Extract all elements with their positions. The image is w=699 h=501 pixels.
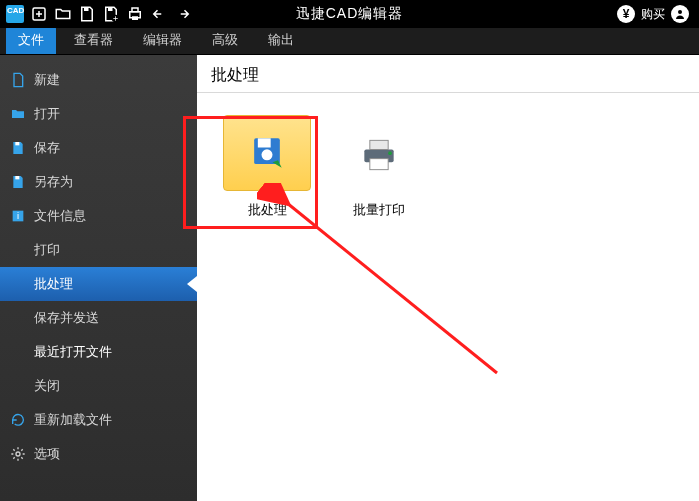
- menu-batch[interactable]: 批处理: [0, 267, 197, 301]
- svg-point-19: [388, 151, 392, 155]
- menu-options[interactable]: 选项: [0, 437, 197, 471]
- tab-viewer[interactable]: 查看器: [62, 26, 125, 54]
- svg-point-15: [262, 149, 273, 160]
- menu-save-as[interactable]: 另存为: [0, 165, 197, 199]
- gear-icon: [10, 446, 26, 462]
- menu-label: 打印: [34, 241, 60, 259]
- svg-rect-6: [132, 16, 138, 20]
- svg-rect-2: [108, 7, 113, 11]
- user-icon[interactable]: [671, 5, 689, 23]
- app-icon: CAD: [6, 5, 24, 23]
- svg-rect-5: [132, 8, 138, 12]
- quick-access-toolbar: CAD: [0, 5, 192, 23]
- reload-icon: [10, 412, 26, 428]
- svg-point-7: [678, 10, 682, 14]
- batch-print-icon: [335, 115, 423, 191]
- print-icon[interactable]: [126, 5, 144, 23]
- new-file-icon[interactable]: [30, 5, 48, 23]
- menu-label: 最近打开文件: [34, 343, 112, 361]
- svg-rect-9: [15, 176, 19, 179]
- batch-save-icon: [223, 115, 311, 191]
- currency-icon[interactable]: ¥: [617, 5, 635, 23]
- menu-close[interactable]: 关闭: [0, 369, 197, 403]
- tab-file[interactable]: 文件: [6, 26, 56, 54]
- menu-reload-file[interactable]: 重新加载文件: [0, 403, 197, 437]
- menu-label: 重新加载文件: [34, 411, 112, 429]
- tile-batch-print[interactable]: 批量打印: [335, 115, 423, 219]
- info-icon: i: [10, 208, 26, 224]
- menu-file-info[interactable]: i 文件信息: [0, 199, 197, 233]
- svg-rect-14: [258, 138, 271, 147]
- open-file-icon[interactable]: [54, 5, 72, 23]
- menu-open[interactable]: 打开: [0, 97, 197, 131]
- menu-label: 保存并发送: [34, 309, 99, 327]
- svg-rect-8: [15, 142, 19, 145]
- menu-label: 新建: [34, 71, 60, 89]
- menu-label: 打开: [34, 105, 60, 123]
- menu-label: 保存: [34, 139, 60, 157]
- save-as-icon[interactable]: [102, 5, 120, 23]
- file-icon: [10, 72, 26, 88]
- file-menu: 新建 打开 保存 另存为 i 文件信息 打印 批处理: [0, 55, 197, 501]
- menu-label: 批处理: [34, 275, 73, 293]
- save-as-icon: [10, 174, 26, 190]
- tab-output[interactable]: 输出: [256, 26, 306, 54]
- redo-icon[interactable]: [174, 5, 192, 23]
- tab-editor[interactable]: 编辑器: [131, 26, 194, 54]
- content-heading: 批处理: [197, 55, 699, 93]
- save-icon[interactable]: [78, 5, 96, 23]
- buy-link[interactable]: 购买: [641, 6, 665, 23]
- svg-rect-1: [84, 7, 89, 11]
- menu-print[interactable]: 打印: [0, 233, 197, 267]
- titlebar-right: ¥ 购买: [617, 5, 699, 23]
- tile-label: 批处理: [248, 202, 287, 217]
- menu-label: 另存为: [34, 173, 73, 191]
- tile-label: 批量打印: [353, 202, 405, 217]
- menu-label: 文件信息: [34, 207, 86, 225]
- menu-save[interactable]: 保存: [0, 131, 197, 165]
- svg-rect-17: [370, 140, 388, 149]
- app-title: 迅捷CAD编辑器: [296, 5, 404, 23]
- ribbon-tabs: 文件 查看器 编辑器 高级 输出: [0, 28, 699, 55]
- svg-rect-18: [370, 159, 388, 170]
- menu-label: 关闭: [34, 377, 60, 395]
- menu-new[interactable]: 新建: [0, 63, 197, 97]
- save-icon: [10, 140, 26, 156]
- title-bar: CAD 迅捷CAD编辑器 ¥ 购买: [0, 0, 699, 28]
- menu-label: 选项: [34, 445, 60, 463]
- menu-recent-files[interactable]: 最近打开文件: [0, 335, 197, 369]
- content-pane: 批处理 批处理: [197, 55, 699, 501]
- menu-save-and-send[interactable]: 保存并发送: [0, 301, 197, 335]
- workspace: 新建 打开 保存 另存为 i 文件信息 打印 批处理: [0, 55, 699, 501]
- undo-icon[interactable]: [150, 5, 168, 23]
- tile-batch-process[interactable]: 批处理: [223, 115, 311, 219]
- folder-open-icon: [10, 106, 26, 122]
- tiles-row: 批处理 批量打印: [197, 93, 699, 241]
- svg-point-12: [16, 452, 20, 456]
- svg-text:i: i: [17, 211, 19, 221]
- tab-advanced[interactable]: 高级: [200, 26, 250, 54]
